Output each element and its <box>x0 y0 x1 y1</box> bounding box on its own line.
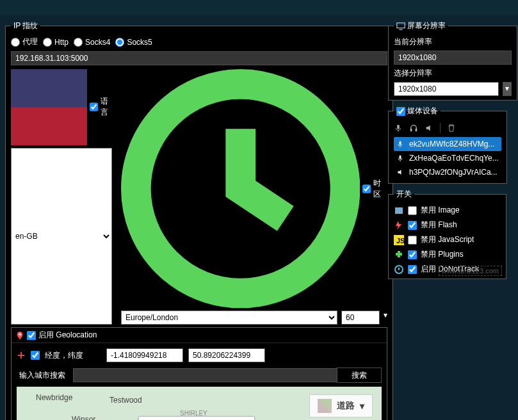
switch-flash-checkbox[interactable] <box>408 221 417 230</box>
timezone-label: 时区 <box>121 69 387 308</box>
lnglat-label: 经度，纬度 <box>45 350 101 361</box>
main-content: IP 指纹 代理 Http Socks4 Socks5 语言 en-GB <box>0 15 518 420</box>
proxy-radio-proxy[interactable]: 代理 <box>11 36 38 47</box>
svg-rect-12 <box>400 141 401 145</box>
speaker-icon <box>396 168 404 176</box>
proxy-radio-http[interactable]: Http <box>43 38 69 47</box>
media-device-row[interactable]: h3PQfJw2fONgJVrAICa... <box>394 165 501 179</box>
satellite-thumb-icon <box>318 399 332 413</box>
media-device-row[interactable]: ek2vuMWfc8Z48HVMg... <box>394 137 501 151</box>
geolocation-enable-label: 启用 Geolocation <box>38 330 97 341</box>
timezone-offset-input[interactable] <box>341 311 380 325</box>
mic-icon <box>396 140 404 148</box>
offset-spinner[interactable]: ▾ <box>384 311 387 325</box>
svg-rect-13 <box>400 156 401 159</box>
device-name: h3PQfJw2fONgJVrAICa... <box>409 168 498 177</box>
dnt-icon <box>394 264 404 275</box>
city-search-input[interactable] <box>73 368 337 382</box>
switch-row-image: 禁用 Image <box>394 205 501 216</box>
pin-icon <box>15 331 24 340</box>
window-titlebar <box>0 0 518 15</box>
switch-image-label: 禁用 Image <box>421 205 460 216</box>
svg-rect-10 <box>410 129 412 131</box>
media-devices-legend: 媒体设备 <box>394 106 441 117</box>
current-res-input[interactable] <box>394 51 512 65</box>
flash-icon <box>394 220 404 230</box>
map-view[interactable]: Newbridge Testwood Winsor SHIRLEY Woodla… <box>17 387 382 420</box>
proxy-mode-row: 代理 Http Socks4 Socks5 <box>11 36 387 47</box>
svg-rect-9 <box>397 125 400 129</box>
switches-legend: 开关 <box>394 189 414 200</box>
select-res-input[interactable] <box>394 82 499 96</box>
switch-row-plugins: 禁用 Plugins <box>394 249 501 260</box>
language-checkbox[interactable] <box>90 102 98 111</box>
current-res-label: 当前分辨率 <box>394 36 512 47</box>
ip-fingerprint-group: IP 指纹 代理 Http Socks4 Socks5 语言 en-GB <box>5 20 393 420</box>
chevron-down-icon: ▾ <box>360 401 364 411</box>
city-search-label: 输入城市搜索 <box>17 370 73 381</box>
svg-rect-1 <box>11 69 87 107</box>
watermark: www.amz123.com <box>439 266 502 276</box>
mic-icon <box>396 154 404 162</box>
map-tooltip: 经度:-1.4180994921875056 纬度:50.89206224399… <box>138 416 255 420</box>
proxy-radio-socks4[interactable]: Socks4 <box>74 38 110 47</box>
proxy-radio-socks5[interactable]: Socks5 <box>115 38 152 47</box>
trash-icon[interactable] <box>447 124 456 133</box>
longitude-input[interactable] <box>106 348 183 362</box>
media-enable-checkbox[interactable] <box>396 107 405 116</box>
select-res-label: 选择分辩率 <box>394 68 512 79</box>
switch-flash-label: 禁用 Flash <box>421 220 457 230</box>
svg-point-3 <box>19 333 21 335</box>
switch-js-checkbox[interactable] <box>408 236 417 245</box>
flag-icon <box>11 69 87 145</box>
clock-icon <box>121 69 360 308</box>
geolocation-enable-checkbox[interactable] <box>27 331 36 340</box>
switch-image-checkbox[interactable] <box>408 206 417 215</box>
mic-icon[interactable] <box>394 124 403 133</box>
ip-fingerprint-legend: IP 指纹 <box>11 20 40 31</box>
target-icon <box>17 351 26 360</box>
geolocation-panel: 启用 Geolocation 经度，纬度 输入城市搜索 搜索 <box>11 327 387 420</box>
image-icon <box>394 206 404 216</box>
screen-resolution-legend: 屏幕分辨率 <box>394 20 448 31</box>
speaker-icon[interactable] <box>425 124 433 133</box>
switch-row-js: JS禁用 JavaScript <box>394 234 501 245</box>
media-device-row[interactable]: ZxHeaQaEoTdvEChqYe... <box>394 151 501 165</box>
proxy-address-input[interactable] <box>11 51 387 65</box>
switches-group: 开关 禁用 Image禁用 FlashJS禁用 JavaScript禁用 Plu… <box>388 189 506 279</box>
monitor-icon <box>396 22 405 31</box>
timezone-select[interactable]: Europe/London <box>121 311 337 325</box>
device-name: ek2vuMWfc8Z48HVMg... <box>409 140 494 149</box>
svg-rect-8 <box>397 22 405 28</box>
geolocation-header: 启用 Geolocation <box>12 328 387 343</box>
search-button[interactable]: 搜索 <box>337 368 382 383</box>
headphone-icon[interactable] <box>409 124 418 133</box>
res-dropdown[interactable]: ▾ <box>503 82 512 96</box>
switch-dnt-checkbox[interactable] <box>408 265 417 274</box>
switch-js-label: 禁用 JavaScript <box>421 234 474 245</box>
switch-plugins-label: 禁用 Plugins <box>421 249 464 260</box>
language-label: 语言 <box>11 69 112 145</box>
latitude-input[interactable] <box>188 348 265 362</box>
language-select[interactable]: en-GB <box>11 148 112 325</box>
switch-plugins-checkbox[interactable] <box>408 250 417 259</box>
lnglat-checkbox[interactable] <box>31 351 40 360</box>
device-name: ZxHeaQaEoTdvEChqYe... <box>409 154 499 163</box>
svg-rect-14 <box>395 207 403 214</box>
js-icon: JS <box>394 235 404 245</box>
screen-resolution-group: 屏幕分辨率 当前分辨率 选择分辩率 ▾ <box>388 20 517 101</box>
plugins-icon <box>394 250 404 260</box>
svg-rect-11 <box>416 129 417 131</box>
switch-row-flash: 禁用 Flash <box>394 220 501 230</box>
timezone-checkbox[interactable] <box>362 184 371 193</box>
media-devices-group: 媒体设备 ek2vuMWfc8Z48HVMg...ZxHeaQaEoTdvECh… <box>388 106 507 184</box>
map-type-selector[interactable]: 道路 ▾ <box>309 394 373 417</box>
svg-text:JS: JS <box>396 237 404 245</box>
